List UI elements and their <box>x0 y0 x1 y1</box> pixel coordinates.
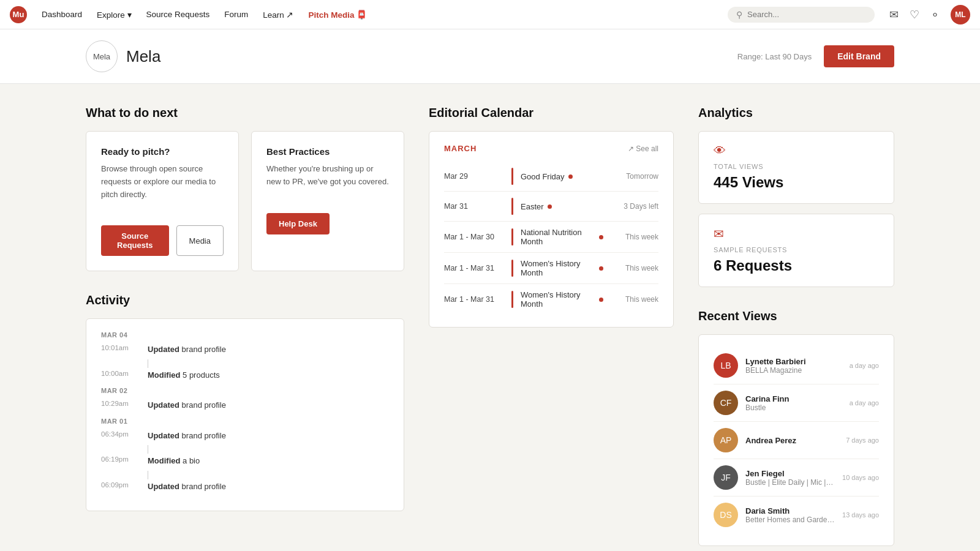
recent-time: a day ago <box>850 399 879 407</box>
wtdn-title: What to do next <box>86 106 404 120</box>
recent-info: Jen Fiegel Bustle | Elite Daily | Mic | … <box>745 469 835 487</box>
total-views-label: TOTAL VIEWS <box>714 163 879 170</box>
activity-divider <box>148 445 148 454</box>
bookmark-icon[interactable]: ♡ <box>910 8 919 21</box>
wtdn-row: Ready to pitch? Browse through open sour… <box>86 131 404 271</box>
ed-event: Women's History Month <box>521 259 603 277</box>
editorial-title: Editorial Calendar <box>429 106 674 120</box>
activity-text: Updated brand profile <box>148 430 226 442</box>
activity-text: Updated brand profile <box>148 399 226 411</box>
help-desk-button[interactable]: Help Desk <box>266 213 330 234</box>
nav-dashboard[interactable]: Dashboard <box>42 10 82 19</box>
activity-divider <box>148 359 148 368</box>
activity-group-mar04: MAR 04 10:01am Updated brand profile 10:… <box>101 331 389 381</box>
activity-item: 10:01am Updated brand profile <box>101 343 389 356</box>
middle-column: Editorial Calendar MARCH ↗ See all Mar 2… <box>429 106 674 546</box>
recent-time: 7 days ago <box>846 437 879 444</box>
activity-date-mar04: MAR 04 <box>101 331 389 339</box>
media-button[interactable]: Media <box>176 225 224 256</box>
best-practices-card: Best Practices Whether you're brushing u… <box>251 131 404 271</box>
editorial-row: Mar 1 - Mar 31 Women's History Month Thi… <box>444 253 658 284</box>
activity-title: Activity <box>86 293 404 307</box>
search-input[interactable] <box>747 10 866 19</box>
recent-item: LB Lynette Barbieri BELLA Magazine a day… <box>714 347 879 384</box>
editorial-row: Mar 1 - Mar 30 National Nutrition Month … <box>444 222 658 253</box>
recent-item: AP Andrea Perez 7 days ago <box>714 422 879 459</box>
activity-item: 06:34pm Updated brand profile <box>101 430 389 442</box>
recent-views-title: Recent Views <box>698 309 894 323</box>
activity-text: Modified a bio <box>148 455 200 467</box>
sample-requests-label: SAMPLE REQUESTS <box>714 246 879 253</box>
brand-logo: Mela <box>86 40 118 72</box>
navbar: Mu Dashboard Explore ▾ Source Requests F… <box>0 0 980 29</box>
nav-forum[interactable]: Forum <box>224 10 248 19</box>
recent-pub: Better Homes and Gardens | Fa... <box>745 515 835 524</box>
sample-requests-value: 6 Requests <box>714 257 879 274</box>
ed-bar <box>511 291 513 308</box>
ed-date: Mar 1 - Mar 31 <box>444 295 511 304</box>
edit-brand-button[interactable]: Edit Brand <box>824 45 894 67</box>
avatar-andrea: AP <box>714 428 738 452</box>
ed-bar <box>511 260 513 277</box>
activity-item: 06:19pm Modified a bio <box>101 455 389 467</box>
nav-learn[interactable]: Learn ↗ <box>263 10 293 20</box>
recent-name: Andrea Perez <box>745 436 839 445</box>
activity-text: Modified 5 products <box>148 369 220 381</box>
nav-logo[interactable]: Mu <box>10 6 27 23</box>
recent-info: Andrea Perez <box>745 436 839 445</box>
recent-name: Lynette Barbieri <box>745 357 842 366</box>
main-content: What to do next Ready to pitch? Browse t… <box>0 84 980 551</box>
ed-bar <box>511 228 513 246</box>
ed-event: Women's History Month <box>521 290 603 309</box>
best-practices-title: Best Practices <box>266 146 389 157</box>
activity-time: 06:34pm <box>101 430 138 438</box>
activity-item: 06:09pm Updated brand profile <box>101 481 389 493</box>
activity-time: 10:01am <box>101 343 138 351</box>
analytics-title: Analytics <box>698 106 894 120</box>
recent-name: Daria Smith <box>745 506 835 515</box>
see-all-button[interactable]: ↗ See all <box>628 144 658 153</box>
source-requests-button[interactable]: Source Requests <box>101 225 169 256</box>
editorial-row: Mar 1 - Mar 31 Women's History Month Thi… <box>444 284 658 315</box>
left-column: What to do next Ready to pitch? Browse t… <box>86 106 404 546</box>
sample-requests-card: ✉ SAMPLE REQUESTS 6 Requests <box>698 214 894 287</box>
mail-icon[interactable]: ✉ <box>889 8 899 21</box>
activity-item: 10:29am Updated brand profile <box>101 399 389 411</box>
best-practices-actions: Help Desk <box>266 213 389 234</box>
ready-to-pitch-text: Browse through open source requests or e… <box>101 163 224 201</box>
brand-info: Mela Mela <box>86 40 160 72</box>
user-avatar[interactable]: ML <box>951 5 970 24</box>
ed-dot <box>568 174 573 179</box>
recent-item: CF Carina Finn Bustle a day ago <box>714 384 879 422</box>
ed-date: Mar 29 <box>444 172 511 181</box>
right-column: Analytics 👁 TOTAL VIEWS 445 Views ✉ SAMP… <box>698 106 894 546</box>
ready-to-pitch-title: Ready to pitch? <box>101 146 224 157</box>
ed-date: Mar 1 - Mar 31 <box>444 264 511 272</box>
date-range-label: Range: Last 90 Days <box>737 52 812 61</box>
activity-time: 10:29am <box>101 399 138 407</box>
best-practices-text: Whether you're brushing up or new to PR,… <box>266 163 389 189</box>
recent-pub: BELLA Magazine <box>745 366 842 375</box>
nav-pitch-media[interactable]: Pitch Media 📮 <box>308 10 367 20</box>
editorial-row: Mar 31 Easter 3 Days left <box>444 192 658 222</box>
recent-info: Lynette Barbieri BELLA Magazine <box>745 357 842 375</box>
nav-explore[interactable]: Explore ▾ <box>97 10 132 20</box>
bell-icon[interactable]: ⚬ <box>930 8 940 21</box>
ed-event: Easter <box>521 202 603 211</box>
mail-icon: ✉ <box>714 227 879 241</box>
search-icon: ⚲ <box>736 10 742 20</box>
nav-source-requests[interactable]: Source Requests <box>146 10 210 19</box>
activity-date-mar01: MAR 01 <box>101 418 389 425</box>
ed-timing: This week <box>603 233 658 241</box>
avatar-daria: DS <box>714 503 738 527</box>
avatar-lynette: LB <box>714 353 738 378</box>
recent-name: Jen Fiegel <box>745 469 835 478</box>
ed-date: Mar 31 <box>444 202 511 211</box>
avatar-jen: JF <box>714 465 738 490</box>
ed-event: Good Friday <box>521 172 603 181</box>
recent-item: DS Daria Smith Better Homes and Gardens … <box>714 497 879 533</box>
search-bar: ⚲ <box>728 7 875 23</box>
recent-time: a day ago <box>850 362 879 369</box>
eye-icon: 👁 <box>714 144 879 158</box>
recent-time: 13 days ago <box>842 511 879 519</box>
